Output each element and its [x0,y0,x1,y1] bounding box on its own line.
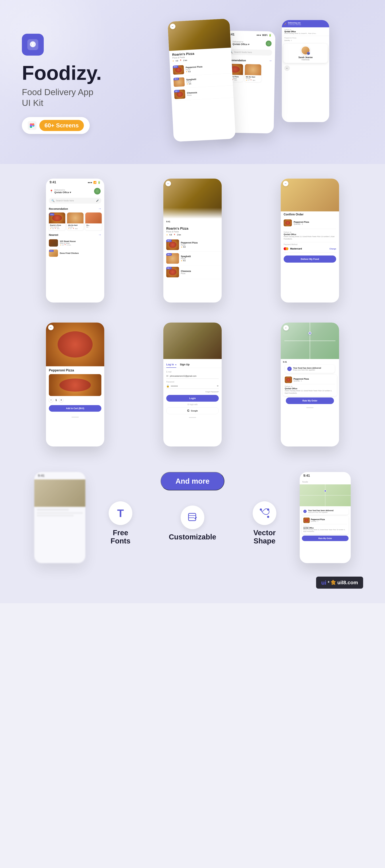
screens-section-2: ← Pepperoni Pizza − 1 + Add to Cart ($9.… [0,317,385,461]
feature-vector-shape: Vector Shape [253,501,276,545]
hero-restaurant-rating: 4.8 [176,60,178,62]
nearest-item-1[interactable]: 123 Steak House Meat & Steak ★4.8📍0.3 km [46,238,104,248]
nearest-item-2[interactable]: New Dono Fried Chicken [46,248,104,258]
recommendation-arrow[interactable]: → [98,207,101,211]
email-input[interactable]: ✉ johncastamere12@gmail.com [166,373,219,379]
email-icon: ✉ [166,374,169,377]
app-logo [22,34,44,56]
password-value: •••••••••• [171,385,178,387]
delivered-title: Your food has been delivered [293,367,321,369]
watermark-area: ui ⁸ 食 uil8.com [22,574,363,589]
customizable-label: Customizable [169,533,216,541]
password-input[interactable]: 🔒 •••••••••• 👁 [166,383,219,389]
pepperoni-back-btn[interactable]: ← [48,325,54,330]
right-rate-btn[interactable]: Rate My Order [302,536,349,541]
hero-phone-restaurant: ← Roarin's Pizza Pizza & Pasta ★ 4.8 📍 2… [168,19,236,142]
screens-badge: 60+ Screens [22,117,90,134]
screens-section-1: 9:41 ●●●📶🔋 📍 Delivered to Qrelab Office … [0,164,385,317]
deliver-btn[interactable]: Deliver My Food [284,255,336,262]
home-office-name: Qrelab Office ▾ [54,191,71,194]
search-bar[interactable]: 🔍 Search foods here [227,49,272,56]
confirm-title: Confirm Order [284,213,336,216]
qty-minus-btn[interactable]: − [49,398,53,402]
pepperoni-phone: ← Pepperoni Pizza − 1 + Add to Cart ($9.… [46,322,104,446]
check-circle: ✓ [287,367,292,371]
feature-free-fonts: T Free Fonts [109,501,132,545]
rate-btn[interactable]: Rate My Order [286,398,334,404]
menu-item-cheeseza[interactable]: $9.7 Cheeseza Pizza [163,265,222,279]
spaghetti-price: $9.5 [166,253,172,256]
login-screen-container: Log In Sign Up E-mail ✉ johncastamer [139,322,246,446]
food-card-2[interactable]: Mie Bu Nani Noodle ★4.7📍3km [245,64,261,82]
confirm-item-qty: Quantity : 1 [294,223,309,225]
confirm-deliver-label: Deliver to [284,231,336,233]
restaurant-category: Pizza & Pasta [166,230,219,233]
home-avatar[interactable] [94,188,100,194]
login-tab[interactable]: Log In [166,363,176,368]
add-cart-btn[interactable]: Add to Cart ($9.0) [49,405,101,412]
price-tag-3: $9.7 [174,90,180,93]
hero-phone-delivery: 🚀 Delivering you 10 Minutes estimate Del… [282,20,329,122]
nearest-arrow[interactable]: → [98,233,101,237]
signup-tab[interactable]: Sign Up [180,363,189,368]
google-login-btn[interactable]: G Google [166,407,219,414]
change-payment-link[interactable]: Change [329,248,336,250]
delivery-place-name: Qrelab Office [285,388,335,390]
svg-point-8 [30,124,32,127]
email-value: johncastamere12@gmail.com [170,375,197,377]
cheeseza-price: $9.7 [166,267,172,269]
blurred-phone-left: 9:41 [34,472,85,563]
home-search[interactable]: 🔍 Search foods here 🎤 [49,198,101,204]
and-more-btn[interactable]: And more [160,472,225,490]
confirm-back-btn[interactable]: ← [283,181,288,186]
home-food-card-1[interactable]: New Roarin's Pizza Pizza & Pasta ★4.8📍2k… [49,213,65,230]
confirm-item-name: Pepperoni Pizza [294,221,309,223]
app-header: 📍 Delivered to Qrelab Office ▾ [224,38,275,49]
or-text: Or login with [166,403,219,405]
delivery-screen-container: ← 9:41 ✓ Your f [257,322,363,446]
hero-section: Foodizy. Food Delivery App UI Kit 60+ Sc… [0,0,385,164]
home-search-icon: 🔍 [51,199,55,202]
delivery-item-row: Pepperoni Pizza Quantity : 1 [285,376,335,383]
vector-shape-label: Vector Shape [253,529,276,545]
hero-phones: ← Roarin's Pizza Pizza & Pasta ★ 4.8 📍 2… [131,20,363,148]
delivery-phone: ← 9:41 ✓ Your f [281,322,339,446]
eye-icon[interactable]: 👁 [217,385,219,387]
confirm-deliver-name: Qrelab Office [284,233,336,236]
svg-point-2 [32,43,34,45]
restaurant-screen-container: ← 9:41 Roarin's Pizza Pizza & Pasta ★ 4.… [139,179,246,303]
menu-item-spaghetti[interactable]: $9.5 Spaghetti Pasta ★4.5 [163,252,222,265]
confirm-phone: ← Confirm Order Pepperoni Pizza Quantity… [281,179,339,303]
home-phone: 9:41 ●●●📶🔋 📍 Delivered to Qrelab Office … [46,179,104,303]
and-more-center: And more T Free Fonts [109,472,276,545]
customizable-icon [181,505,204,529]
qty-number: 1 [55,399,57,401]
feature-customizable: Customizable [169,505,216,541]
restaurant-name: Roarin's Pizza [166,227,219,230]
confirm-deliver-addr: Kebon Kacang Street 13, Grand Rosie Towe… [284,236,336,240]
svg-rect-11 [188,514,196,521]
delivery-place-addr: Kebon Kacang Street 13, Grand Rosie Towe… [285,390,335,394]
lock-icon: 🔒 [166,384,169,388]
restaurant-back-btn[interactable]: ← [166,181,171,186]
password-label: Password [166,381,219,383]
google-icon: G [187,409,189,412]
price-tag-1: $9.0 [173,65,178,68]
login-phone: Log In Sign Up E-mail ✉ johncastamer [163,322,222,446]
restaurant-dist: 2 km [177,234,181,236]
svg-point-16 [267,516,269,518]
login-btn[interactable]: Login [166,395,219,402]
side-screen-right: 9:41 Noodle ✓ Your food has been del [287,472,363,563]
forgot-password[interactable]: Forgot Password? [166,391,219,393]
hero-left: Foodizy. Food Delivery App UI Kit 60+ Sc… [22,34,131,134]
mic-icon: 🎤 [96,199,99,202]
delivery-deliver-label: Deliver to [285,385,335,388]
delivered-sub: Enjoy your food, Bon appétite! [293,369,321,371]
menu-item-pepperoni[interactable]: $9.0 Pepperoni Pizza Pizza ★4.8 [163,238,222,252]
home-food-card-2[interactable]: Mie Bu Nani Noodle ★4.7📍3km [67,213,84,230]
qty-plus-btn[interactable]: + [59,398,63,402]
home-food-card-3[interactable]: Pa... Bu... [85,213,102,230]
watermark: ui ⁸ 食 uil8.com [316,577,363,589]
home-screen-container: 9:41 ●●●📶🔋 📍 Delivered to Qrelab Office … [22,179,128,303]
bottom-section: 9:41 And more T Free Fonts [0,461,385,603]
